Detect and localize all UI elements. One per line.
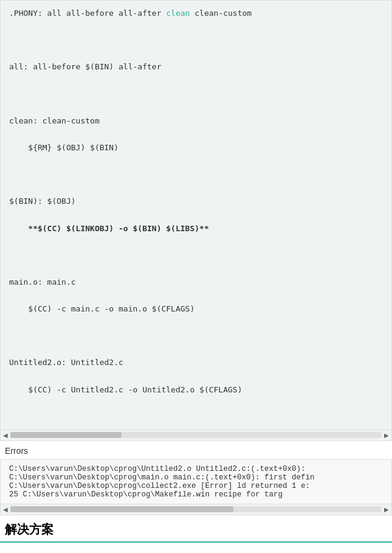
makefile-line-14: Untitled2.o: Untitled2.c: [9, 356, 383, 369]
errors-scroll-thumb[interactable]: [10, 506, 233, 512]
errors-label: Errors: [0, 441, 392, 459]
makefile-line-9: **$(CC) $(LINKOBJ) -o $(BIN) $(LIBS)**: [9, 222, 383, 235]
makefile-line-7: [9, 168, 383, 181]
errors-section: C:\Users\varun\Desktop\cprog\Untitled2.o…: [0, 459, 392, 515]
makefile-scroll-left[interactable]: ◀: [2, 431, 9, 439]
error-line-4: 25 C:\Users\varun\Desktop\cprog\Makefile…: [9, 490, 383, 499]
makefile-line-15: $(CC) -c Untitled2.c -o Untitled2.o $(CF…: [9, 383, 383, 397]
makefile-scroll-right[interactable]: ▶: [383, 431, 390, 439]
makefile-scroll-thumb[interactable]: [10, 432, 122, 438]
makefile-line-1: .PHONY: all all-before all-after clean c…: [9, 7, 383, 20]
makefile-line-12: $(CC) -c main.c -o main.o $(CFLAGS): [9, 302, 383, 316]
errors-code-block: C:\Users\varun\Desktop\cprog\Untitled2.o…: [0, 459, 392, 504]
makefile-line-11: main.o: main.c: [9, 276, 383, 289]
intro-text: The important bit of the output is:: [0, 549, 392, 553]
makefile-line-8: $(BIN): $(OBJ): [9, 195, 383, 208]
makefile-line-5: clean: clean-custom: [9, 114, 383, 128]
makefile-line-13: [9, 329, 383, 343]
makefile-line-4: [9, 88, 383, 101]
makefile-pre: .PHONY: all all-before all-after clean c…: [9, 7, 383, 423]
makefile-line-2: [9, 33, 383, 47]
errors-scroll-track[interactable]: [10, 506, 382, 512]
makefile-line-10: [9, 249, 383, 262]
errors-scroll-right[interactable]: ▶: [383, 506, 390, 513]
makefile-scrollbar[interactable]: ◀ ▶: [0, 430, 392, 441]
makefile-code: .PHONY: all all-before all-after clean c…: [0, 0, 392, 430]
section-title: 解决方案: [0, 515, 392, 543]
makefile-scroll-track[interactable]: [10, 432, 382, 438]
makefile-line-6: ${RM} $(OBJ) $(BIN): [9, 141, 383, 155]
makefile-section: .PHONY: all all-before all-after clean c…: [0, 0, 392, 441]
makefile-line-3: all: all-before $(BIN) all-after: [9, 60, 383, 74]
error-line-1: C:\Users\varun\Desktop\cprog\Untitled2.o…: [9, 465, 383, 473]
error-line-2: C:\Users\varun\Desktop\cprog\main.o main…: [9, 473, 383, 482]
error-line-3: C:\Users\varun\Desktop\cprog\collect2.ex…: [9, 482, 383, 490]
errors-scrollbar[interactable]: ◀ ▶: [0, 504, 392, 515]
errors-scroll-left[interactable]: ◀: [2, 506, 9, 513]
